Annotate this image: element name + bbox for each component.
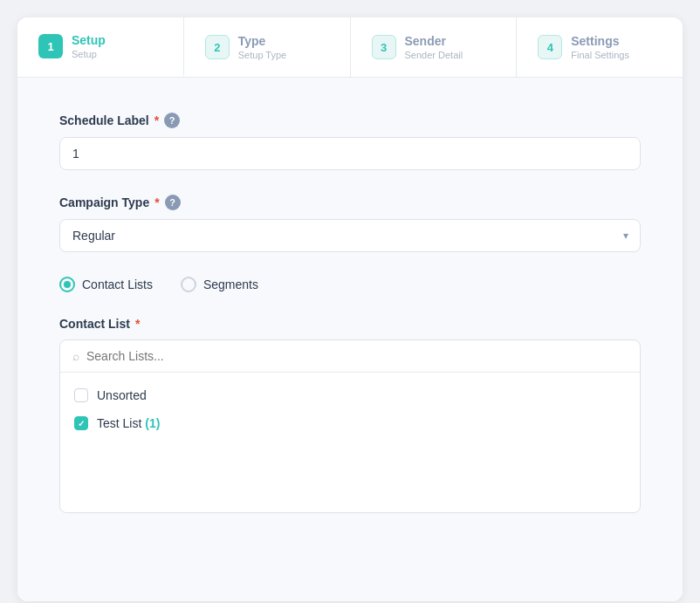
- step-2-title: Type: [238, 34, 286, 48]
- radio-segments-indicator: [181, 277, 196, 292]
- step-4-text: Settings Final Settings: [571, 34, 629, 60]
- schedule-help-icon[interactable]: ?: [164, 113, 180, 128]
- list-item-test-list[interactable]: Test List (1): [60, 409, 640, 437]
- required-star-campaign: *: [154, 195, 159, 209]
- radio-segments-label: Segments: [203, 278, 258, 291]
- checkbox-unsorted[interactable]: [74, 388, 88, 402]
- step-3-text: Sender Sender Detail: [405, 34, 463, 60]
- contact-list-box: ⌕ Unsorted Test List (1): [59, 339, 641, 513]
- list-items: Unsorted Test List (1): [60, 373, 640, 512]
- step-4-title: Settings: [571, 34, 629, 48]
- schedule-label-input[interactable]: [59, 137, 641, 170]
- step-4[interactable]: 4 Settings Final Settings: [517, 17, 683, 77]
- radio-segments[interactable]: Segments: [181, 277, 258, 292]
- search-row: ⌕: [60, 340, 640, 373]
- step-2-text: Type Setup Type: [238, 34, 286, 60]
- contact-list-label: Contact List *: [59, 317, 641, 331]
- step-2-subtitle: Setup Type: [238, 50, 286, 60]
- campaign-type-group: Campaign Type * ? Regular Automated RSS …: [59, 195, 641, 252]
- step-2[interactable]: 2 Type Setup Type: [184, 17, 351, 77]
- step-1-subtitle: Setup: [72, 49, 106, 59]
- search-lists-input[interactable]: [86, 349, 628, 363]
- schedule-label-label: Schedule Label * ?: [59, 113, 641, 128]
- step-1[interactable]: 1 Setup Setup: [17, 17, 184, 77]
- radio-contact-lists[interactable]: Contact Lists: [59, 277, 153, 292]
- step-4-number: 4: [538, 35, 562, 59]
- step-1-text: Setup Setup: [72, 33, 106, 59]
- source-radio-group: Contact Lists Segments: [59, 277, 641, 292]
- step-1-title: Setup: [72, 33, 106, 47]
- list-item-test-list-count: (1): [145, 416, 160, 430]
- step-3-subtitle: Sender Detail: [405, 50, 463, 60]
- schedule-label-group: Schedule Label * ?: [59, 113, 641, 170]
- list-item-unsorted-label: Unsorted: [97, 388, 147, 402]
- search-icon: ⌕: [72, 349, 79, 363]
- campaign-type-select-wrapper: Regular Automated RSS ▾: [59, 219, 641, 252]
- step-3[interactable]: 3 Sender Sender Detail: [351, 17, 518, 77]
- list-item-test-list-label: Test List (1): [97, 416, 160, 430]
- step-3-title: Sender: [405, 34, 463, 48]
- list-item-unsorted[interactable]: Unsorted: [60, 381, 640, 409]
- step-3-number: 3: [372, 35, 396, 59]
- checkbox-test-list[interactable]: [74, 416, 88, 430]
- steps-header: 1 Setup Setup 2 Type Setup Type 3 Sender…: [17, 17, 683, 78]
- radio-contact-lists-indicator: [59, 277, 75, 292]
- wizard-container: 1 Setup Setup 2 Type Setup Type 3 Sender…: [17, 17, 683, 601]
- contact-list-group: Contact List * ⌕ Unsorted Test L: [59, 317, 641, 513]
- content-area: Schedule Label * ? Campaign Type * ? Reg…: [17, 78, 683, 601]
- campaign-type-label: Campaign Type * ?: [59, 195, 641, 210]
- step-4-subtitle: Final Settings: [571, 50, 629, 60]
- step-2-number: 2: [205, 35, 230, 59]
- step-1-number: 1: [38, 34, 63, 58]
- campaign-type-select[interactable]: Regular Automated RSS: [59, 219, 641, 252]
- required-star-schedule: *: [154, 113, 159, 127]
- radio-contact-lists-label: Contact Lists: [82, 278, 153, 291]
- campaign-help-icon[interactable]: ?: [165, 195, 181, 210]
- required-star-contact: *: [135, 317, 140, 331]
